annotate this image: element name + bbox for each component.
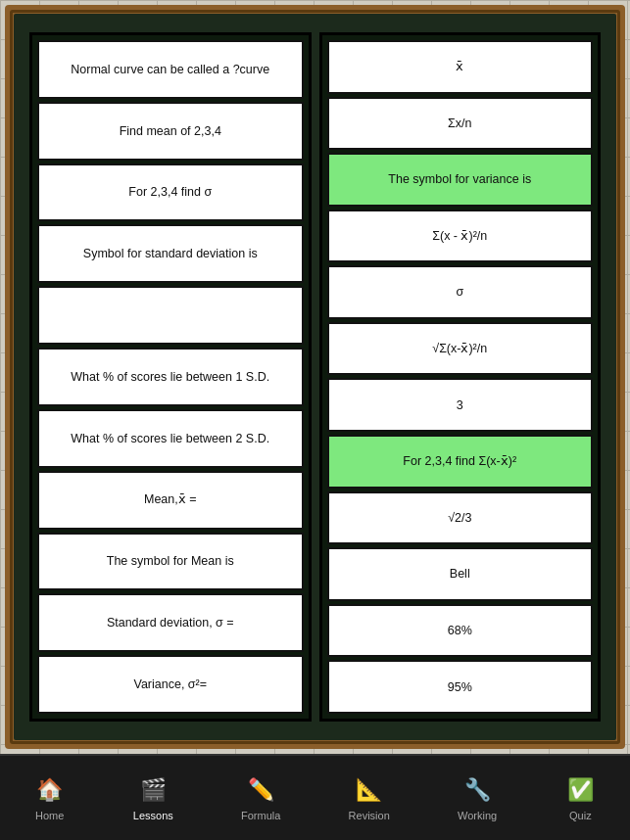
right-card-4[interactable]: Σ(x - x̄)²/n — [327, 210, 594, 263]
right-card-9[interactable]: √2/3 — [327, 491, 594, 545]
right-column: x̄Σx/nThe symbol for variance isΣ(x - x̄… — [319, 32, 602, 722]
left-card-1[interactable]: Normal curve can be called a ?curve — [37, 40, 304, 99]
right-card-text-10: Bell — [450, 566, 470, 582]
nav-formula[interactable]: ✏️Formula — [231, 767, 290, 829]
nav-revision-icon: 📐 — [354, 774, 385, 806]
right-card-5[interactable]: σ — [327, 265, 594, 319]
right-card-text-11: 68% — [448, 623, 472, 638]
right-card-text-7: 3 — [457, 397, 463, 413]
left-card-10[interactable]: Standard deviation, σ = — [37, 593, 304, 652]
left-card-text-10: Standard deviation, σ = — [107, 615, 234, 630]
left-card-4[interactable]: Symbol for standard deviation is — [37, 224, 304, 283]
left-card-text-2: Find mean of 2,3,4 — [120, 123, 221, 139]
left-card-text-11: Variance, σ²= — [133, 677, 207, 692]
bottom-navigation: 🏠Home🎬Lessons✏️Formula📐Revision🔧Working✅… — [0, 754, 630, 840]
nav-home[interactable]: 🏠Home — [24, 767, 75, 829]
right-card-2[interactable]: Σx/n — [327, 97, 594, 151]
right-card-text-3: The symbol for variance is — [388, 171, 531, 187]
left-card-3[interactable]: For 2,3,4 find σ — [37, 163, 304, 222]
left-card-9[interactable]: The symbol for Mean is — [37, 533, 304, 591]
right-card-text-9: √2/3 — [448, 510, 471, 526]
right-card-text-2: Σx/n — [448, 116, 471, 131]
right-card-text-8: For 2,3,4 find Σ(x-x̄)² — [403, 453, 516, 469]
left-card-text-9: The symbol for Mean is — [107, 553, 234, 569]
left-column: Normal curve can be called a ?curveFind … — [29, 32, 312, 722]
nav-quiz-icon: ✅ — [564, 774, 596, 806]
right-card-text-1: x̄ — [456, 59, 463, 74]
left-card-7[interactable]: What % of scores lie between 2 S.D. — [37, 409, 304, 468]
right-card-text-6: √Σ(x-x̄)²/n — [432, 341, 487, 356]
nav-working-label: Working — [458, 810, 497, 821]
left-card-11[interactable]: Variance, σ²= — [37, 655, 304, 714]
nav-quiz[interactable]: ✅Quiz — [555, 767, 606, 829]
left-card-8[interactable]: Mean,x̄ = — [37, 471, 304, 530]
right-card-6[interactable]: √Σ(x-x̄)²/n — [327, 322, 594, 376]
right-card-7[interactable]: 3 — [327, 378, 594, 432]
right-card-text-5: σ — [456, 284, 463, 300]
left-card-text-6: What % of scores lie between 1 S.D. — [71, 369, 269, 385]
nav-working-icon: 🔧 — [461, 774, 493, 806]
nav-revision[interactable]: 📐Revision — [339, 767, 400, 829]
content-area: Normal curve can be called a ?curveFind … — [22, 24, 608, 729]
right-card-3[interactable]: The symbol for variance is — [327, 153, 594, 207]
nav-lessons-icon: 🎬 — [137, 774, 169, 806]
right-card-text-12: 95% — [448, 679, 472, 695]
nav-lessons-label: Lessons — [133, 810, 173, 821]
left-card-text-8: Mean,x̄ = — [144, 491, 197, 507]
nav-formula-label: Formula — [241, 810, 280, 821]
left-card-5[interactable] — [37, 286, 304, 345]
nav-quiz-label: Quiz — [569, 810, 592, 821]
nav-revision-label: Revision — [349, 810, 390, 821]
right-card-1[interactable]: x̄ — [327, 40, 594, 94]
right-card-11[interactable]: 68% — [327, 604, 594, 658]
right-card-8[interactable]: For 2,3,4 find Σ(x-x̄)² — [327, 435, 594, 489]
left-card-text-4: Symbol for standard deviation is — [83, 246, 258, 261]
left-card-2[interactable]: Find mean of 2,3,4 — [37, 102, 304, 161]
nav-lessons[interactable]: 🎬Lessons — [123, 767, 183, 829]
nav-formula-icon: ✏️ — [245, 774, 276, 806]
right-card-12[interactable]: 95% — [327, 660, 594, 714]
left-card-6[interactable]: What % of scores lie between 1 S.D. — [37, 348, 304, 406]
left-card-text-1: Normal curve can be called a ?curve — [71, 62, 269, 77]
left-card-text-3: For 2,3,4 find σ — [128, 184, 212, 200]
nav-home-icon: 🏠 — [34, 774, 66, 806]
nav-home-label: Home — [35, 810, 64, 821]
left-card-text-7: What % of scores lie between 2 S.D. — [71, 431, 269, 446]
nav-working[interactable]: 🔧Working — [448, 767, 507, 829]
right-card-10[interactable]: Bell — [327, 547, 594, 601]
right-card-text-4: Σ(x - x̄)²/n — [432, 228, 487, 244]
